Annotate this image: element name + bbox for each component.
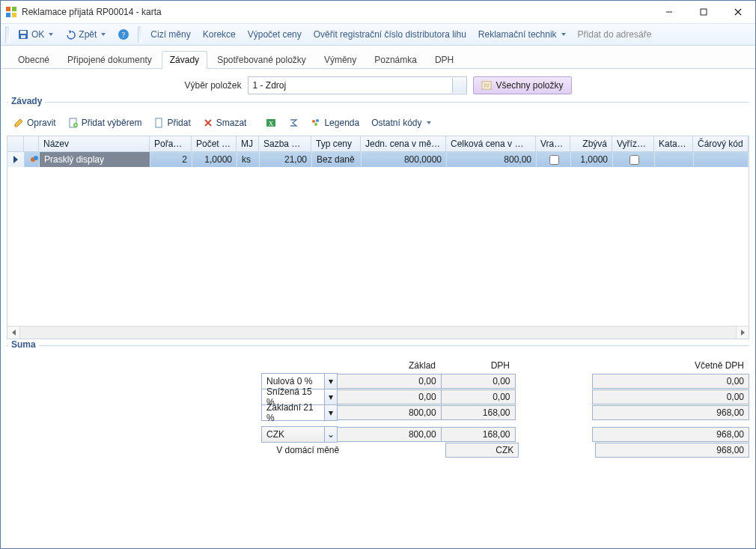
cizi-meny-button[interactable]: Cizí měny (145, 25, 195, 43)
tab-spotrebovane[interactable]: Spotřebované položky (209, 51, 314, 69)
tab-obecne[interactable]: Obecné (10, 51, 58, 69)
cell-mj[interactable]: ks (237, 152, 260, 167)
horizontal-scrollbar[interactable] (7, 326, 749, 339)
opravit-button[interactable]: Opravit (8, 114, 61, 132)
col-jedn-cena[interactable]: Jedn. cena v měně (361, 136, 446, 151)
tab-vymeny[interactable]: Výměny (316, 51, 365, 69)
selector-combo[interactable]: 1 - Zdroj (248, 76, 467, 94)
sigma-icon (288, 118, 299, 128)
nulova-dph: 0,00 (441, 374, 516, 389)
col-carovy-kod[interactable]: Čárový kód (693, 136, 749, 151)
ok-button[interactable]: OK (13, 25, 58, 43)
col-typ-ceny[interactable]: Typ ceny (311, 136, 361, 151)
chevron-down-icon[interactable]: ▾ (324, 389, 337, 404)
snizena-vcetne: 0,00 (592, 389, 749, 404)
chevron-down-icon[interactable]: ⌄ (324, 427, 337, 442)
col-katalog[interactable]: Katalog (654, 136, 693, 151)
cell-typ-ceny[interactable]: Bez daně (312, 152, 362, 167)
suma-row-domaci: V domácí měně CZK 968,00 (261, 442, 749, 458)
chevron-down-icon[interactable]: ▾ (324, 405, 337, 420)
maximize-button[interactable] (686, 1, 721, 23)
svg-point-30 (34, 156, 38, 160)
rate-combo-zakladni[interactable]: Základní 21 %▾ (261, 404, 338, 421)
legenda-button[interactable]: Legenda (305, 114, 365, 132)
smazat-button[interactable]: Smazat (198, 114, 252, 132)
cell-sazba-dph[interactable]: 21,00 (260, 152, 312, 167)
svg-rect-9 (20, 31, 26, 34)
table-row[interactable]: Prasklý display 2 1,0000 ks 21,00 Bez da… (7, 152, 749, 167)
item-selector-row: Výběr položek 1 - Zdroj Všechny položky (7, 73, 749, 100)
svg-rect-5 (701, 9, 707, 15)
col-vyrizeno[interactable]: Vyřízeno (612, 136, 654, 151)
grid-body[interactable]: Prasklý display 2 1,0000 ks 21,00 Bez da… (7, 152, 749, 326)
domaci-kod: CZK (445, 443, 519, 458)
vypocet-ceny-button[interactable]: Výpočet ceny (243, 25, 307, 43)
col-celk-cena[interactable]: Celková cena v měně (446, 136, 536, 151)
dropdown-caret-icon (49, 33, 53, 36)
cell-vratka[interactable] (537, 152, 571, 167)
snizena-zaklad: 0,00 (337, 389, 442, 404)
scroll-right-button[interactable] (736, 327, 749, 339)
cell-vyrizeno[interactable] (613, 152, 655, 167)
reklamacni-technik-button[interactable]: Reklamační technik (473, 25, 571, 43)
undo-icon (65, 29, 76, 40)
delete-icon (203, 118, 213, 128)
tab-poznamka[interactable]: Poznámka (366, 51, 425, 69)
page-plus-icon (68, 118, 79, 128)
back-label: Zpět (79, 29, 97, 40)
chevron-right-icon (741, 330, 745, 336)
cell-nazev[interactable]: Prasklý display (40, 152, 150, 167)
selector-dropdown[interactable] (452, 78, 466, 93)
col-mj[interactable]: MJ (237, 136, 259, 151)
vratka-checkbox[interactable] (549, 155, 559, 165)
col-vratka[interactable]: Vratka (536, 136, 570, 151)
vyrizeno-checkbox[interactable] (630, 155, 639, 165)
cell-carovy-kod[interactable] (694, 152, 749, 167)
excel-button[interactable]: X (260, 114, 281, 132)
snizena-dph: 0,00 (441, 389, 516, 404)
app-window: Reklamace přijatá RP00014 - karta OK Zpě… (0, 0, 756, 549)
overit-button[interactable]: Ověřit registrační číslo distributora li… (308, 25, 472, 43)
tab-pripojene-dokumenty[interactable]: Připojené dokumenty (59, 51, 160, 69)
currency-vcetne: 968,00 (592, 427, 749, 442)
col-poradi[interactable]: Pořadí (150, 136, 192, 151)
icon-col-header[interactable] (24, 136, 39, 151)
row-selector-header[interactable] (7, 136, 24, 151)
excel-icon: X (266, 118, 276, 128)
cell-jedn-cena[interactable]: 800,0000 (362, 152, 447, 167)
col-zbyva[interactable]: Zbývá (570, 136, 612, 151)
cell-zbyva[interactable]: 1,0000 (571, 152, 613, 167)
row-marker[interactable] (7, 152, 25, 167)
app-icon (5, 6, 17, 18)
svg-rect-1 (12, 7, 16, 11)
suma-table: Základ DPH Včetně DPH Nulová 0 %▾ 0,00 0… (261, 357, 749, 458)
col-pocet-mj[interactable]: Počet MJ (192, 136, 237, 151)
all-items-button[interactable]: Všechny položky (473, 76, 572, 94)
col-sazba-dph[interactable]: Sazba DPH (259, 136, 311, 151)
close-button[interactable] (721, 1, 755, 23)
ostatni-kody-button[interactable]: Ostatní kódy (366, 114, 436, 132)
tab-zavady[interactable]: Závady (162, 51, 207, 69)
help-button[interactable]: ? (112, 25, 135, 43)
tab-content: Výběr položek 1 - Zdroj Všechny položky … (1, 69, 755, 548)
pridat-button[interactable]: Přidat (148, 114, 195, 132)
zavady-legend: Závady (8, 96, 45, 106)
ok-label: OK (31, 29, 44, 40)
col-nazev[interactable]: Název (39, 136, 150, 151)
cell-poradi[interactable]: 2 (150, 152, 192, 167)
save-icon (18, 29, 28, 40)
cell-katalog[interactable] (655, 152, 694, 167)
korekce-button[interactable]: Korekce (198, 25, 241, 43)
pridat-adresar-button[interactable]: Přidat do adresáře (573, 25, 657, 43)
cell-pocet-mj[interactable]: 1,0000 (192, 152, 237, 167)
cell-celk-cena[interactable]: 800,00 (447, 152, 537, 167)
pridat-vyberem-button[interactable]: Přidat výběrem (63, 114, 147, 132)
palette-icon (311, 118, 321, 128)
currency-combo[interactable]: CZK⌄ (261, 426, 338, 443)
sum-button[interactable] (283, 114, 304, 132)
minimize-button[interactable] (652, 1, 686, 23)
tab-dph[interactable]: DPH (427, 51, 462, 69)
back-button[interactable]: Zpět (60, 25, 111, 43)
scroll-left-button[interactable] (7, 327, 20, 339)
chevron-down-icon[interactable]: ▾ (324, 374, 337, 389)
